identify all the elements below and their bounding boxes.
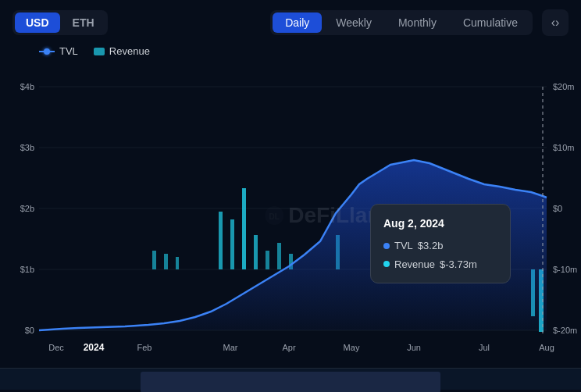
tooltip-tvl-value: $3.2b (418, 237, 444, 255)
tooltip-tvl-dot (383, 243, 390, 249)
svg-rect-7 (176, 257, 179, 269)
svg-text:Mar: Mar (223, 343, 238, 352)
svg-text:$-10m: $-10m (553, 265, 577, 274)
svg-rect-12 (266, 251, 269, 269)
svg-text:$0: $0 (25, 326, 34, 335)
tooltip-revenue-label: Revenue (394, 255, 435, 273)
weekly-button[interactable]: Weekly (323, 12, 384, 33)
daily-button[interactable]: Daily (273, 12, 322, 33)
tooltip-revenue-dot (383, 261, 390, 267)
tvl-legend-item: TVL (39, 45, 78, 57)
svg-text:$1b: $1b (20, 265, 34, 274)
svg-text:$3b: $3b (20, 143, 34, 152)
svg-text:Feb: Feb (137, 343, 152, 352)
svg-text:2024: 2024 (84, 342, 105, 353)
monthly-button[interactable]: Monthly (386, 12, 449, 33)
tooltip: Aug 2, 2024 TVL $3.2b Revenue $-3.73m (370, 204, 511, 283)
nav-arrows-button[interactable]: ‹› (542, 9, 569, 36)
eth-button[interactable]: ETH (62, 12, 105, 33)
svg-text:$4b: $4b (20, 82, 34, 91)
svg-text:$0: $0 (553, 204, 562, 213)
svg-text:$-20m: $-20m (553, 326, 577, 335)
svg-text:Apr: Apr (282, 343, 295, 352)
tooltip-tvl-label: TVL (394, 237, 413, 255)
svg-rect-9 (230, 219, 234, 269)
svg-text:May: May (344, 343, 360, 352)
bottom-bar-range[interactable] (141, 372, 440, 392)
tvl-legend-label: TVL (59, 45, 78, 57)
cumulative-button[interactable]: Cumulative (451, 12, 530, 33)
svg-text:Jul: Jul (479, 343, 490, 352)
legend: TVL Revenue (0, 45, 581, 63)
svg-text:$2b: $2b (20, 204, 34, 213)
top-bar: USD ETH Daily Weekly Monthly Cumulative … (0, 0, 581, 45)
chart-area: $4b $3b $2b $1b $0 $20m $10m $0 $-10m $-… (0, 63, 581, 368)
tooltip-revenue-row: Revenue $-3.73m (383, 255, 497, 273)
svg-text:Dec: Dec (48, 343, 64, 352)
svg-rect-8 (219, 212, 223, 269)
svg-text:$20m: $20m (553, 82, 575, 91)
tooltip-date: Aug 2, 2024 (383, 214, 497, 233)
currency-toggle: USD ETH (12, 10, 108, 35)
svg-text:Jun: Jun (407, 343, 421, 352)
tooltip-tvl-row: TVL $3.2b (383, 237, 497, 255)
svg-rect-5 (152, 251, 156, 269)
svg-rect-13 (277, 243, 281, 269)
bottom-bar (0, 368, 581, 390)
svg-rect-11 (254, 235, 258, 269)
timeframe-toggle: Daily Weekly Monthly Cumulative (270, 10, 533, 35)
tooltip-revenue-value: $-3.73m (440, 255, 477, 273)
revenue-legend-item: Revenue (94, 45, 150, 57)
svg-text:Aug: Aug (539, 343, 554, 352)
svg-rect-6 (164, 254, 168, 269)
svg-rect-10 (242, 188, 246, 269)
usd-button[interactable]: USD (15, 12, 60, 33)
svg-text:$10m: $10m (553, 143, 575, 152)
revenue-legend-label: Revenue (109, 45, 150, 57)
